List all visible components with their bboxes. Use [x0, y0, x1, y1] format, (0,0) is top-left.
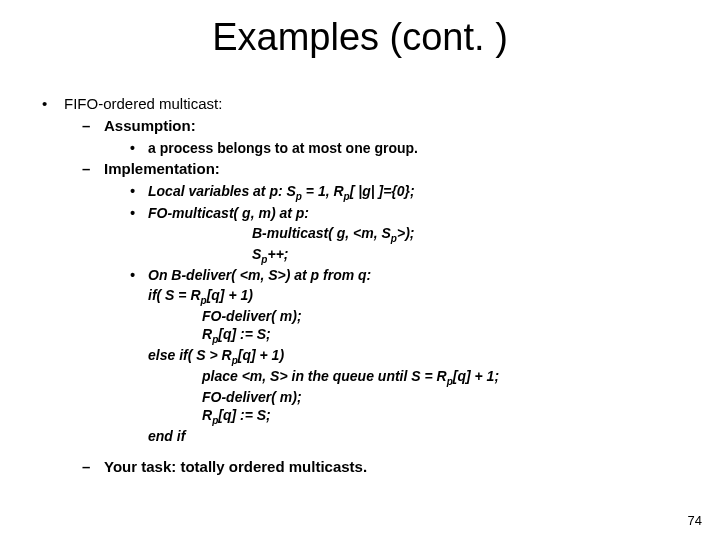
- impl-place: place <m, S> in the queue until S = Rp[q…: [42, 367, 682, 388]
- impl-increment: Sp++;: [42, 245, 682, 266]
- text: [ |g| ]={0};: [350, 183, 415, 199]
- slide-title: Examples (cont. ): [0, 16, 720, 59]
- text: if( S = R: [148, 287, 201, 303]
- text: On B-deliver: [148, 267, 231, 283]
- text: B-multicast( g, <m, S: [252, 225, 391, 241]
- impl-fodeliver1: FO-deliver( m);: [42, 307, 682, 325]
- text: [q] + 1): [238, 347, 284, 363]
- text: else if( S > R: [148, 347, 232, 363]
- text: [q] + 1;: [453, 368, 499, 384]
- page-number: 74: [688, 513, 702, 528]
- impl-ondeliver: On B-deliver( <m, S>) at p from q:: [42, 266, 682, 285]
- text: end if: [148, 428, 185, 444]
- impl-endif: end if: [42, 427, 682, 445]
- text: ( <m, S>) at p from q:: [231, 267, 371, 283]
- text: Local variables at p: S: [148, 183, 296, 199]
- text: R: [202, 407, 212, 423]
- bullet-assumption: Assumption:: [42, 116, 682, 136]
- slide: Examples (cont. ) FIFO-ordered multicast…: [0, 0, 720, 540]
- text: [q] := S;: [218, 407, 271, 423]
- text: at p:: [276, 205, 309, 221]
- bullet-assumption-item: a process belongs to at most one group.: [42, 139, 682, 158]
- impl-fomulticast: FO-multicast( g, m) at p:: [42, 204, 682, 223]
- bullet-fifo: FIFO-ordered multicast:: [42, 94, 682, 114]
- impl-if: if( S = Rp[q] + 1): [42, 286, 682, 307]
- impl-bmulticast: B-multicast( g, <m, Sp>);: [42, 224, 682, 245]
- impl-fodeliver2: FO-deliver( m);: [42, 388, 682, 406]
- text: [q] + 1): [207, 287, 253, 303]
- text: place <m, S> in the queue until S = R: [202, 368, 447, 384]
- spacer: [42, 445, 682, 455]
- text: S: [252, 246, 261, 262]
- text: a process belongs to at most one group.: [148, 140, 418, 156]
- text: Assumption:: [104, 117, 196, 134]
- slide-body: FIFO-ordered multicast: Assumption: a pr…: [42, 94, 682, 479]
- text: FO-deliver( m);: [202, 389, 302, 405]
- text: = 1, R: [302, 183, 344, 199]
- text: ++;: [267, 246, 288, 262]
- text: FO-deliver( m);: [202, 308, 302, 324]
- text: FIFO-ordered multicast:: [64, 95, 222, 112]
- impl-assign1: Rp[q] := S;: [42, 325, 682, 346]
- text: >);: [397, 225, 415, 241]
- bullet-implementation: Implementation:: [42, 159, 682, 179]
- impl-localvars: Local variables at p: Sp = 1, Rp[ |g| ]=…: [42, 182, 682, 203]
- impl-elseif: else if( S > Rp[q] + 1): [42, 346, 682, 367]
- text: Your task: totally ordered multicasts.: [104, 458, 367, 475]
- text: R: [202, 326, 212, 342]
- bullet-task: Your task: totally ordered multicasts.: [42, 457, 682, 477]
- impl-assign2: Rp[q] := S;: [42, 406, 682, 427]
- text: FO-multicast( g, m): [148, 205, 276, 221]
- text: [q] := S;: [218, 326, 271, 342]
- text: Implementation:: [104, 160, 220, 177]
